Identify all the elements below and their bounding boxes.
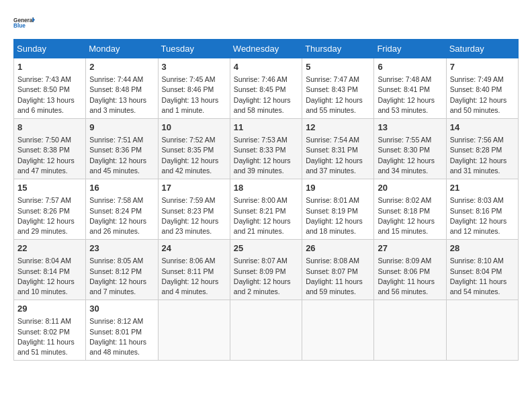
day-number: 28 [450, 242, 515, 255]
day-info: Sunrise: 8:09 AMSunset: 8:06 PMDaylight:… [378, 256, 442, 297]
day-info: Sunrise: 7:56 AMSunset: 8:28 PMDaylight:… [450, 135, 515, 176]
day-info: Sunrise: 7:57 AMSunset: 8:26 PMDaylight:… [17, 195, 82, 236]
day-info: Sunrise: 7:52 AMSunset: 8:35 PMDaylight:… [162, 135, 226, 176]
day-info: Sunrise: 8:04 AMSunset: 8:14 PMDaylight:… [17, 256, 82, 297]
day-cell: 5Sunrise: 7:47 AMSunset: 8:43 PMDaylight… [302, 58, 374, 119]
week-row-2: 8Sunrise: 7:50 AMSunset: 8:38 PMDaylight… [14, 119, 519, 179]
day-info: Sunrise: 8:11 AMSunset: 8:02 PMDaylight:… [17, 316, 82, 357]
day-cell: 20Sunrise: 8:02 AMSunset: 8:18 PMDayligh… [374, 179, 446, 240]
day-cell: 17Sunrise: 7:59 AMSunset: 8:23 PMDayligh… [158, 179, 230, 240]
day-info: Sunrise: 8:06 AMSunset: 8:11 PMDaylight:… [162, 256, 226, 297]
day-cell: 11Sunrise: 7:53 AMSunset: 8:33 PMDayligh… [230, 119, 302, 179]
day-number: 5 [306, 61, 370, 73]
day-info: Sunrise: 8:10 AMSunset: 8:04 PMDaylight:… [450, 256, 515, 297]
day-info: Sunrise: 8:12 AMSunset: 8:01 PMDaylight:… [89, 316, 154, 357]
day-cell: 23Sunrise: 8:05 AMSunset: 8:12 PMDayligh… [86, 240, 158, 300]
day-number: 17 [162, 182, 226, 194]
week-row-1: 1Sunrise: 7:43 AMSunset: 8:50 PMDaylight… [14, 58, 519, 119]
day-info: Sunrise: 7:50 AMSunset: 8:38 PMDaylight:… [17, 135, 82, 176]
week-row-4: 22Sunrise: 8:04 AMSunset: 8:14 PMDayligh… [14, 240, 519, 300]
day-info: Sunrise: 8:05 AMSunset: 8:12 PMDaylight:… [89, 256, 154, 297]
day-cell: 19Sunrise: 8:01 AMSunset: 8:19 PMDayligh… [302, 179, 374, 240]
header-saturday: Saturday [446, 40, 518, 58]
header-wednesday: Wednesday [230, 40, 302, 58]
day-info: Sunrise: 7:59 AMSunset: 8:23 PMDaylight:… [162, 195, 226, 236]
day-info: Sunrise: 7:45 AMSunset: 8:46 PMDaylight:… [162, 75, 226, 116]
day-number: 29 [17, 303, 82, 315]
day-number: 14 [450, 122, 515, 134]
svg-text:General: General [13, 17, 34, 24]
header-thursday: Thursday [302, 40, 374, 58]
day-number: 30 [89, 303, 154, 315]
day-cell [230, 300, 302, 361]
day-number: 22 [17, 242, 82, 255]
day-cell: 3Sunrise: 7:45 AMSunset: 8:46 PMDaylight… [158, 58, 230, 119]
day-number: 24 [162, 242, 226, 255]
day-cell: 29Sunrise: 8:11 AMSunset: 8:02 PMDayligh… [14, 300, 86, 361]
header-row: SundayMondayTuesdayWednesdayThursdayFrid… [14, 40, 519, 58]
day-cell [158, 300, 230, 361]
logo-svg: General Blue [13, 11, 35, 35]
day-number: 20 [378, 182, 442, 194]
day-cell: 24Sunrise: 8:06 AMSunset: 8:11 PMDayligh… [158, 240, 230, 300]
day-info: Sunrise: 8:03 AMSunset: 8:16 PMDaylight:… [450, 195, 515, 236]
day-cell: 14Sunrise: 7:56 AMSunset: 8:28 PMDayligh… [446, 119, 518, 179]
day-cell: 2Sunrise: 7:44 AMSunset: 8:48 PMDaylight… [86, 58, 158, 119]
day-cell [374, 300, 446, 361]
day-info: Sunrise: 8:07 AMSunset: 8:09 PMDaylight:… [234, 256, 298, 297]
day-info: Sunrise: 7:49 AMSunset: 8:40 PMDaylight:… [450, 75, 515, 116]
day-info: Sunrise: 7:55 AMSunset: 8:30 PMDaylight:… [378, 135, 442, 176]
day-cell: 1Sunrise: 7:43 AMSunset: 8:50 PMDaylight… [14, 58, 86, 119]
day-number: 4 [234, 61, 298, 73]
day-number: 26 [306, 242, 370, 255]
day-cell: 13Sunrise: 7:55 AMSunset: 8:30 PMDayligh… [374, 119, 446, 179]
week-row-3: 15Sunrise: 7:57 AMSunset: 8:26 PMDayligh… [14, 179, 519, 240]
day-cell: 15Sunrise: 7:57 AMSunset: 8:26 PMDayligh… [14, 179, 86, 240]
day-number: 3 [162, 61, 226, 73]
page-header: General Blue [13, 11, 519, 35]
svg-text:Blue: Blue [13, 23, 26, 29]
day-number: 2 [89, 61, 154, 73]
day-cell: 26Sunrise: 8:08 AMSunset: 8:07 PMDayligh… [302, 240, 374, 300]
day-cell: 6Sunrise: 7:48 AMSunset: 8:41 PMDaylight… [374, 58, 446, 119]
day-number: 13 [378, 122, 442, 134]
day-info: Sunrise: 8:08 AMSunset: 8:07 PMDaylight:… [306, 256, 370, 297]
logo: General Blue [13, 11, 35, 35]
day-number: 10 [162, 122, 226, 134]
calendar-table: SundayMondayTuesdayWednesdayThursdayFrid… [13, 39, 519, 361]
header-friday: Friday [374, 40, 446, 58]
day-cell: 12Sunrise: 7:54 AMSunset: 8:31 PMDayligh… [302, 119, 374, 179]
day-cell: 7Sunrise: 7:49 AMSunset: 8:40 PMDaylight… [446, 58, 518, 119]
day-cell: 18Sunrise: 8:00 AMSunset: 8:21 PMDayligh… [230, 179, 302, 240]
day-number: 27 [378, 242, 442, 255]
day-cell: 22Sunrise: 8:04 AMSunset: 8:14 PMDayligh… [14, 240, 86, 300]
day-cell: 30Sunrise: 8:12 AMSunset: 8:01 PMDayligh… [86, 300, 158, 361]
day-info: Sunrise: 7:58 AMSunset: 8:24 PMDaylight:… [89, 195, 154, 236]
day-number: 9 [89, 122, 154, 134]
day-number: 12 [306, 122, 370, 134]
header-tuesday: Tuesday [158, 40, 230, 58]
day-cell [302, 300, 374, 361]
day-cell: 27Sunrise: 8:09 AMSunset: 8:06 PMDayligh… [374, 240, 446, 300]
header-sunday: Sunday [14, 40, 86, 58]
day-cell: 4Sunrise: 7:46 AMSunset: 8:45 PMDaylight… [230, 58, 302, 119]
day-info: Sunrise: 7:51 AMSunset: 8:36 PMDaylight:… [89, 135, 154, 176]
day-cell: 16Sunrise: 7:58 AMSunset: 8:24 PMDayligh… [86, 179, 158, 240]
day-cell: 21Sunrise: 8:03 AMSunset: 8:16 PMDayligh… [446, 179, 518, 240]
day-number: 19 [306, 182, 370, 194]
day-number: 25 [234, 242, 298, 255]
week-row-5: 29Sunrise: 8:11 AMSunset: 8:02 PMDayligh… [14, 300, 519, 361]
day-info: Sunrise: 7:54 AMSunset: 8:31 PMDaylight:… [306, 135, 370, 176]
day-info: Sunrise: 7:53 AMSunset: 8:33 PMDaylight:… [234, 135, 298, 176]
day-cell [446, 300, 518, 361]
day-info: Sunrise: 8:00 AMSunset: 8:21 PMDaylight:… [234, 195, 298, 236]
day-cell: 8Sunrise: 7:50 AMSunset: 8:38 PMDaylight… [14, 119, 86, 179]
day-number: 23 [89, 242, 154, 255]
day-info: Sunrise: 7:43 AMSunset: 8:50 PMDaylight:… [17, 75, 82, 116]
day-number: 15 [17, 182, 82, 194]
day-number: 7 [450, 61, 515, 73]
day-number: 1 [17, 61, 82, 73]
day-info: Sunrise: 8:01 AMSunset: 8:19 PMDaylight:… [306, 195, 370, 236]
day-info: Sunrise: 7:44 AMSunset: 8:48 PMDaylight:… [89, 75, 154, 116]
day-cell: 10Sunrise: 7:52 AMSunset: 8:35 PMDayligh… [158, 119, 230, 179]
